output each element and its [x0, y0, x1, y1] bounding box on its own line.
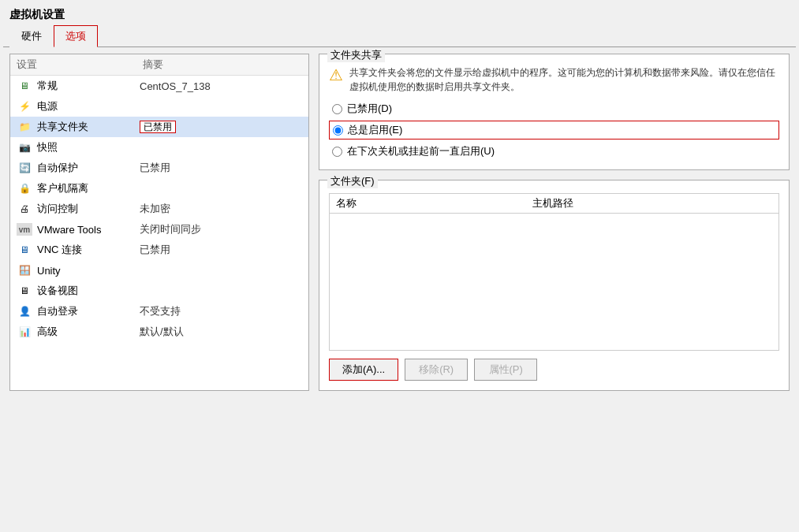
vmware-tools-label: VMware Tools	[37, 224, 140, 236]
snapshot-icon: 📷	[17, 141, 32, 154]
remove-button[interactable]: 移除(R)	[405, 359, 468, 381]
radio-until-shutdown[interactable]: 在下次关机或挂起前一直启用(U)	[329, 143, 779, 160]
snapshot-label: 快照	[37, 140, 140, 154]
folder-table-group: 文件夹(F) 名称 主机路径 添加(A)... 移除(R) 属性(P)	[319, 180, 790, 391]
sidebar-item-device-view[interactable]: 🖥 设备视图	[10, 281, 308, 301]
folder-sharing-group: 文件夹共享 ⚠ 共享文件夹会将您的文件显示给虚拟机中的程序。这可能为您的计算机和…	[319, 54, 790, 170]
sidebar-item-advanced[interactable]: 📊 高级 默认/默认	[10, 322, 308, 342]
shared-folders-badge: 已禁用	[140, 121, 176, 133]
sidebar-item-guest-isolation[interactable]: 🔒 客户机隔离	[10, 178, 308, 199]
warning-section: ⚠ 共享文件夹会将您的文件显示给虚拟机中的程序。这可能为您的计算机和数据带来风险…	[329, 65, 779, 94]
auto-protect-label: 自动保护	[37, 161, 140, 175]
tab-hardware[interactable]: 硬件	[9, 25, 54, 47]
vm-settings-window: 虚拟机设置 硬件 选项 设置 摘要 🖥 常规 CentOS_7_138 ⚡ 电源	[0, 0, 799, 532]
auto-protect-summary: 已禁用	[140, 161, 302, 175]
vmware-tools-summary: 关闭时间同步	[140, 222, 302, 236]
folder-table-wrapper: 名称 主机路径	[329, 193, 779, 351]
auto-protect-icon: 🔄	[17, 162, 32, 174]
radio-disabled-input[interactable]	[332, 104, 342, 114]
vnc-icon: 🖥	[17, 244, 32, 256]
folder-table-title: 文件夹(F)	[327, 174, 378, 188]
warning-icon: ⚠	[329, 65, 343, 94]
left-settings-panel: 设置 摘要 🖥 常规 CentOS_7_138 ⚡ 电源 📁 共享文件夹 已禁用	[9, 54, 309, 391]
autologin-icon: 👤	[17, 305, 32, 318]
advanced-icon: 📊	[17, 326, 32, 338]
power-icon: ⚡	[17, 100, 32, 113]
radio-always-label: 总是启用(E)	[348, 123, 402, 137]
main-content: 设置 摘要 🖥 常规 CentOS_7_138 ⚡ 电源 📁 共享文件夹 已禁用	[3, 54, 796, 391]
general-label: 常规	[37, 79, 140, 93]
folder-table-header: 名称 主机路径	[330, 194, 778, 214]
shared-folders-icon: 📁	[17, 121, 32, 133]
sidebar-item-vnc[interactable]: 🖥 VNC 连接 已禁用	[10, 240, 308, 260]
advanced-label: 高级	[37, 325, 140, 339]
tab-options[interactable]: 选项	[54, 25, 98, 47]
sidebar-item-access-control[interactable]: 🖨 访问控制 未加密	[10, 199, 308, 219]
autologin-summary: 不受支持	[140, 304, 302, 318]
radio-until-shutdown-input[interactable]	[332, 147, 342, 157]
guest-isolation-label: 客户机隔离	[37, 181, 140, 195]
vmware-tools-icon: vm	[17, 223, 32, 236]
radio-always[interactable]: 总是启用(E)	[329, 121, 779, 140]
folder-col-path: 主机路径	[532, 196, 772, 210]
folder-table: 名称 主机路径	[329, 193, 779, 351]
properties-button[interactable]: 属性(P)	[474, 359, 537, 381]
shared-folders-label: 共享文件夹	[37, 120, 140, 134]
folder-col-name: 名称	[336, 196, 532, 210]
left-panel-header: 设置 摘要	[10, 54, 308, 76]
advanced-summary: 默认/默认	[140, 325, 302, 339]
sidebar-item-general[interactable]: 🖥 常规 CentOS_7_138	[10, 76, 308, 96]
unity-label: Unity	[37, 265, 140, 277]
access-control-summary: 未加密	[140, 202, 302, 216]
folder-sharing-title: 文件夹共享	[327, 48, 385, 62]
general-icon: 🖥	[17, 80, 32, 92]
radio-always-input[interactable]	[333, 125, 343, 136]
col-summary-label: 摘要	[143, 58, 302, 72]
device-view-icon: 🖥	[17, 285, 32, 297]
sharing-radio-group: 已禁用(D) 总是启用(E) 在下次关机或挂起前一直启用(U)	[329, 100, 779, 160]
col-settings-label: 设置	[17, 58, 143, 72]
sidebar-item-snapshot[interactable]: 📷 快照	[10, 137, 308, 158]
sidebar-item-autologin[interactable]: 👤 自动登录 不受支持	[10, 301, 308, 322]
sidebar-item-vmware-tools[interactable]: vm VMware Tools 关闭时间同步	[10, 219, 308, 240]
folder-table-body	[330, 214, 778, 340]
general-summary: CentOS_7_138	[140, 80, 302, 92]
radio-disabled[interactable]: 已禁用(D)	[329, 100, 779, 117]
shared-folders-summary: 已禁用	[140, 121, 302, 134]
right-panel: 文件夹共享 ⚠ 共享文件夹会将您的文件显示给虚拟机中的程序。这可能为您的计算机和…	[319, 54, 790, 391]
warning-text: 共享文件夹会将您的文件显示给虚拟机中的程序。这可能为您的计算机和数据带来风险。请…	[349, 65, 779, 94]
add-button[interactable]: 添加(A)...	[329, 359, 398, 381]
device-view-label: 设备视图	[37, 284, 140, 298]
window-title: 虚拟机设置	[3, 3, 796, 25]
vnc-summary: 已禁用	[140, 243, 302, 257]
sidebar-item-shared-folders[interactable]: 📁 共享文件夹 已禁用	[10, 117, 308, 137]
sidebar-item-auto-protect[interactable]: 🔄 自动保护 已禁用	[10, 158, 308, 178]
radio-disabled-label: 已禁用(D)	[347, 102, 392, 116]
unity-icon: 🪟	[17, 264, 32, 277]
sidebar-item-unity[interactable]: 🪟 Unity	[10, 260, 308, 281]
radio-until-shutdown-label: 在下次关机或挂起前一直启用(U)	[347, 144, 495, 158]
access-control-icon: 🖨	[17, 203, 32, 215]
guest-isolation-icon: 🔒	[17, 182, 32, 195]
folder-actions: 添加(A)... 移除(R) 属性(P)	[329, 359, 779, 381]
sidebar-item-power[interactable]: ⚡ 电源	[10, 96, 308, 117]
vnc-label: VNC 连接	[37, 243, 140, 257]
power-label: 电源	[37, 99, 140, 113]
autologin-label: 自动登录	[37, 304, 140, 318]
tab-bar: 硬件 选项	[3, 25, 796, 47]
access-control-label: 访问控制	[37, 202, 140, 216]
